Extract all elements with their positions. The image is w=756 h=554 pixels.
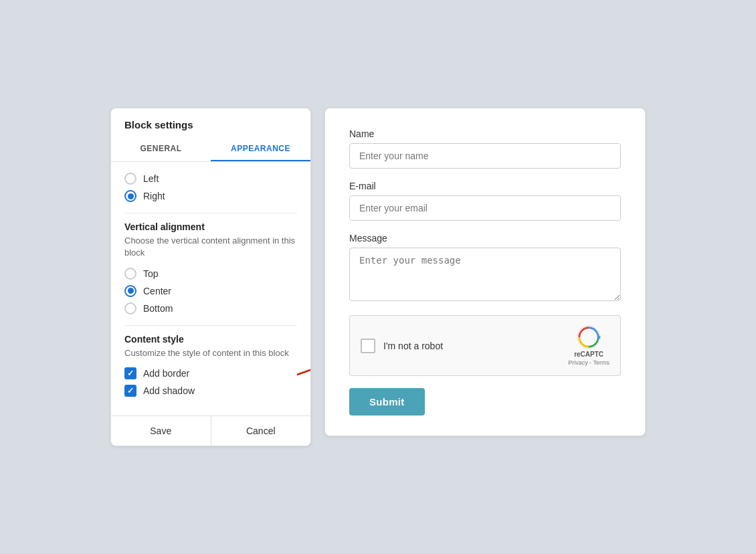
svg-point-2 [577, 326, 600, 349]
svg-line-1 [297, 357, 311, 375]
checkbox-item-border[interactable]: Add border [124, 367, 297, 379]
recaptcha-icon [577, 325, 601, 349]
alignment-radio-group: Left Right [124, 173, 297, 202]
svg-marker-3 [598, 335, 601, 340]
recaptcha-links-text: Privacy - Terms [568, 359, 609, 366]
recaptcha-left: I'm not a robot [361, 339, 443, 353]
block-settings-title: Block settings [111, 108, 310, 130]
radio-label-top: Top [143, 268, 159, 279]
form-input-name[interactable] [349, 143, 621, 169]
radio-circle-bottom [124, 302, 136, 314]
form-field-email: E-mail [349, 181, 621, 221]
submit-button[interactable]: Submit [349, 388, 425, 416]
radio-circle-center [124, 285, 136, 297]
vertical-alignment-desc: Choose the vertical content alignment in… [124, 235, 297, 259]
radio-item-right[interactable]: Right [124, 190, 297, 202]
content-style-title: Content style [124, 334, 297, 345]
settings-footer: Save Cancel [111, 416, 310, 446]
recaptcha-brand-text: reCAPTC [574, 351, 603, 358]
checkbox-label-border: Add border [143, 368, 189, 379]
radio-item-top[interactable]: Top [124, 268, 297, 280]
checkbox-border [124, 367, 136, 379]
outer-wrapper: Block settings GENERAL APPEARANCE Left R… [90, 88, 666, 466]
radio-label-left: Left [143, 173, 159, 184]
form-field-name: Name [349, 128, 621, 169]
checkbox-item-shadow[interactable]: Add shadow [124, 385, 297, 397]
recaptcha-box: I'm not a robot reCAPTC Privacy - Terms [349, 315, 621, 376]
settings-body: Left Right Vertical alignment Choose the… [111, 162, 310, 413]
content-style-section: Content style Customize the style of con… [124, 334, 297, 397]
recaptcha-label: I'm not a robot [383, 341, 443, 351]
divider-1 [124, 213, 297, 213]
vertical-alignment-title: Vertical alignment [124, 221, 297, 232]
recaptcha-checkbox[interactable] [361, 339, 375, 353]
tabs-container: GENERAL APPEARANCE [111, 137, 310, 162]
radio-label-right: Right [143, 191, 165, 201]
recaptcha-logo: reCAPTC Privacy - Terms [568, 325, 609, 366]
form-label-name: Name [349, 128, 621, 139]
tab-general[interactable]: GENERAL [111, 137, 211, 161]
form-textarea-message[interactable] [349, 248, 621, 301]
checkbox-label-shadow: Add shadow [143, 385, 195, 396]
divider-2 [124, 325, 297, 326]
form-input-email[interactable] [349, 195, 621, 221]
radio-item-left[interactable]: Left [124, 173, 297, 185]
radio-label-bottom: Bottom [143, 303, 173, 314]
vertical-alignment-section: Vertical alignment Choose the vertical c… [124, 221, 297, 314]
radio-item-bottom[interactable]: Bottom [124, 302, 297, 314]
form-preview-panel: Name E-mail Message I'm not a robot [324, 108, 646, 436]
tab-appearance[interactable]: APPEARANCE [211, 137, 310, 161]
block-settings-panel: Block settings GENERAL APPEARANCE Left R… [110, 108, 311, 446]
form-field-message: Message [349, 233, 621, 303]
vertical-radio-group: Top Center Bottom [124, 268, 297, 314]
radio-circle-right [124, 190, 136, 202]
form-label-email: E-mail [349, 181, 621, 191]
content-style-desc: Customize the style of content in this b… [124, 347, 297, 359]
radio-item-center[interactable]: Center [124, 285, 297, 297]
radio-circle-top [124, 268, 136, 280]
radio-circle-left [124, 173, 136, 185]
form-label-message: Message [349, 233, 621, 244]
save-button[interactable]: Save [111, 416, 211, 446]
radio-label-center: Center [143, 286, 171, 296]
cancel-button[interactable]: Cancel [211, 416, 311, 446]
checkbox-shadow [124, 385, 136, 397]
